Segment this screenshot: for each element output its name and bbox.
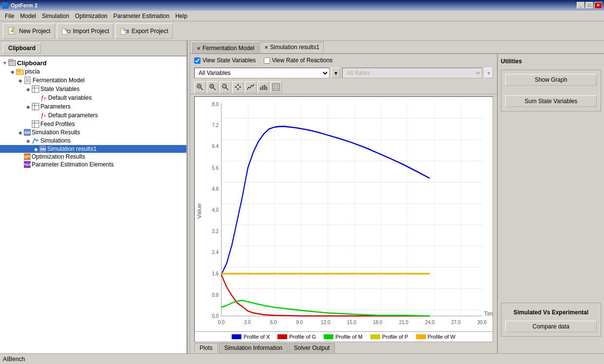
maximize-button[interactable]: □ — [586, 2, 593, 9]
svg-text:0.8: 0.8 — [212, 291, 219, 298]
graph-toolbar — [190, 80, 497, 94]
variables-dropdown[interactable]: All Variables — [194, 68, 329, 78]
tree-item-sim-results1[interactable]: ◆ SM Simulation results1 — [0, 145, 186, 153]
menu-model[interactable]: Model — [17, 12, 39, 20]
svg-text:3.2: 3.2 — [212, 228, 219, 235]
svg-marker-38 — [237, 84, 239, 86]
app-title: OptFerm 2 — [11, 2, 37, 8]
svg-text:24.0: 24.0 — [425, 319, 434, 325]
par-label: Parameter Estimation Elements — [32, 161, 114, 168]
tree-item-opt-results[interactable]: ◆ OPT Optimization Results — [0, 153, 186, 161]
clipboard-tab[interactable]: Clipboard — [3, 43, 41, 54]
tree-root[interactable]: ▼ Clipboard — [0, 58, 186, 67]
params-icon — [32, 103, 39, 110]
menu-optimization[interactable]: Optimization — [72, 12, 110, 20]
spacer — [501, 115, 601, 299]
new-project-button[interactable]: New Project — [3, 23, 55, 39]
legend-g: Profile of G — [277, 334, 316, 340]
tab-sim-results1-label: Simulation results1 — [270, 44, 319, 51]
bottom-tabs: Plots Simulation Information Solver Outp… — [190, 342, 497, 353]
export-project-icon — [120, 26, 129, 36]
legend-m-color — [324, 334, 333, 339]
status-bar: AIBench — [0, 353, 604, 364]
feed-expander: ◆ — [25, 121, 31, 127]
rates-dropdown[interactable]: All Rates — [342, 68, 482, 78]
sim-res1-label: Simulation results1 — [47, 146, 96, 152]
close-button[interactable]: ✕ — [594, 2, 602, 9]
default-params-expander: ◆ — [33, 112, 39, 118]
legend-g-label: Profile of G — [289, 334, 316, 340]
tab-plots[interactable]: Plots — [194, 343, 218, 353]
svg-text:8.0: 8.0 — [212, 101, 219, 107]
tab-sim-results1-close-icon[interactable]: ✕ — [264, 45, 268, 50]
toolbar: New Project Import Project Export Projec… — [0, 21, 604, 41]
tree-item-ferm-model[interactable]: ◆ Fermentation Model — [0, 76, 186, 85]
sidebar-header: Clipboard — [0, 41, 186, 56]
tree-item-default-params[interactable]: ◆ ƒx Default parameters — [0, 111, 186, 120]
ferm-model-expander: ◆ — [18, 77, 23, 83]
bar-chart-button[interactable] — [257, 81, 269, 93]
legend-w-label: Profile of W — [428, 334, 456, 340]
root-icon — [8, 59, 16, 67]
grid-button[interactable] — [270, 81, 282, 93]
view-rate-reactions-checkbox[interactable] — [264, 57, 270, 64]
legend-g-color — [277, 334, 287, 339]
zoom-out-button[interactable] — [220, 81, 231, 93]
rates-dropdown-arrow[interactable]: ▼ — [484, 68, 493, 78]
tab-ferm-model-close-icon[interactable]: ✕ — [197, 46, 201, 51]
view-state-variables-checkbox[interactable] — [194, 57, 201, 64]
view-state-variables-label[interactable]: View State Variables — [194, 57, 256, 64]
legend-m: Profile of M — [324, 334, 363, 340]
tree-item-piscia[interactable]: ◆ piscia — [0, 67, 186, 76]
tree-item-feed-profiles[interactable]: ◆ Feed Profiles — [0, 120, 186, 128]
menu-bar: File Model Simulation Optimization Param… — [0, 11, 604, 21]
svg-text:6.4: 6.4 — [212, 143, 219, 149]
tab-solver-output[interactable]: Solver Output — [289, 343, 335, 353]
menu-file[interactable]: File — [2, 12, 17, 20]
menu-param-estimation[interactable]: Parameter Estimation — [110, 12, 172, 20]
simulations-label: Simulations — [40, 137, 71, 144]
menu-help[interactable]: Help — [172, 12, 190, 20]
legend-w: Profile of W — [416, 334, 456, 340]
legend-p-color — [370, 334, 380, 339]
title-bar-buttons[interactable]: _ □ ✕ — [577, 2, 602, 9]
svg-text:18.0: 18.0 — [373, 319, 382, 325]
tree-item-param-est[interactable]: ◆ PAR Parameter Estimation Elements — [0, 161, 186, 168]
tab-plots-label: Plots — [200, 345, 213, 351]
minimize-button[interactable]: _ — [577, 2, 585, 9]
simulations-expander: ◆ — [25, 138, 31, 144]
svg-text:9.0: 9.0 — [296, 319, 303, 325]
clipboard-tab-label: Clipboard — [8, 45, 36, 52]
tab-sim-results1[interactable]: ✕ Simulation results1 — [260, 42, 324, 53]
svg-line-36 — [226, 88, 228, 90]
tree-item-simulations[interactable]: ◆ Simulations — [0, 136, 186, 145]
line-chart-button[interactable] — [245, 81, 256, 93]
utilities-panel: Utilities Show Graph Sum State Variables — [497, 54, 604, 353]
zoom-fit-button[interactable] — [194, 81, 206, 93]
sum-state-variables-label: Sum State Variables — [525, 98, 578, 105]
tree-item-parameters[interactable]: ◆ Parameters — [0, 102, 186, 111]
view-rate-reactions-label[interactable]: View Rate of Reactions — [264, 57, 333, 64]
sum-state-variables-button[interactable]: Sum State Variables — [505, 95, 597, 107]
menu-simulation[interactable]: Simulation — [39, 12, 72, 20]
tab-sim-info[interactable]: Simulation Information — [219, 343, 288, 353]
show-graph-button[interactable]: Show Graph — [505, 74, 597, 86]
import-project-button[interactable]: Import Project — [57, 23, 114, 39]
svg-text:12.0: 12.0 — [321, 319, 330, 325]
tree-item-state-vars[interactable]: ◆ State Variables — [0, 85, 186, 93]
compare-data-button[interactable]: Compare data — [505, 321, 597, 332]
tab-ferm-model[interactable]: ✕ Fermentation Model — [192, 43, 259, 53]
export-project-button[interactable]: Export Project — [115, 23, 172, 39]
legend-w-color — [416, 334, 426, 339]
variables-dropdown-arrow[interactable]: ▼ — [331, 68, 340, 78]
svg-text:5.6: 5.6 — [212, 164, 219, 171]
tree-item-default-vars[interactable]: ◆ ƒx Default variables — [0, 93, 186, 102]
tree-item-sim-results[interactable]: ◆ SM Simulation Results — [0, 128, 186, 136]
pan-button[interactable] — [232, 81, 244, 93]
new-project-icon — [7, 26, 17, 36]
sim-res1-icon: SM — [39, 146, 46, 152]
svg-text:7.2: 7.2 — [212, 122, 219, 128]
zoom-in-button[interactable] — [207, 81, 219, 93]
sidebar: Clipboard ▼ Clipboard ◆ piscia — [0, 41, 187, 353]
legend-x-label: Profile of X — [243, 334, 270, 340]
